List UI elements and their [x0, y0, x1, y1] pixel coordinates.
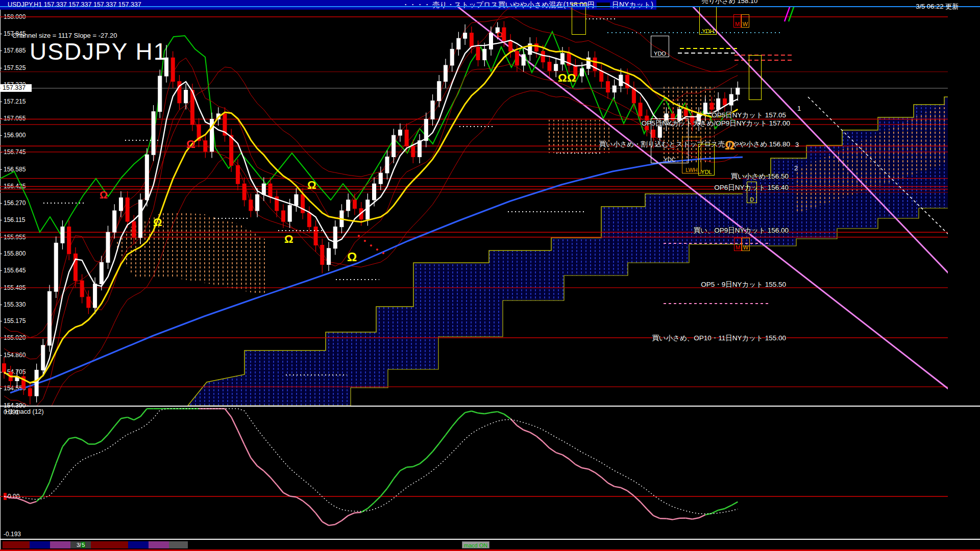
omega-marker: Ω	[347, 251, 357, 263]
macd-layer	[0, 409, 948, 525]
omega-marker: Ω	[725, 139, 734, 152]
omega-marker: Ω	[153, 217, 162, 228]
chart-watermark-title: USDJPY H1	[30, 38, 167, 65]
bar-date-label: 3/5	[77, 541, 85, 548]
chart-object-box-W[interactable]: W	[742, 238, 750, 251]
red-dot-marker: ●	[363, 239, 366, 243]
red-dot-marker: ●	[382, 251, 384, 256]
session-segment	[50, 541, 70, 548]
wave-count-3: 3	[795, 141, 799, 148]
session-segment	[91, 541, 128, 548]
current-price-box: 157.337	[1, 84, 32, 92]
chart-object-box-M[interactable]: M	[734, 238, 742, 251]
alert-line-158-10[interactable]	[0, 6, 980, 7]
omega-marker: Ω	[186, 139, 195, 150]
omega-marker: Ω	[567, 72, 576, 84]
chart-object-box-M[interactable]: M	[733, 14, 741, 28]
wave-count-2: 2	[794, 164, 798, 172]
order-annotation: 買い、OP9日NYカット 156.00	[693, 226, 789, 235]
update-timestamp: 3/5 06:22 更新	[916, 2, 959, 11]
session-color-bar: 3/5	[0, 541, 980, 548]
chart-object-box-plain[interactable]	[572, 3, 586, 35]
order-annotation: OP5・9日NYカット 155.50	[701, 280, 786, 289]
chart-object-box-YDO[interactable]: YDO	[651, 36, 669, 57]
red-dot-marker: ●	[357, 234, 360, 238]
omega-marker: Ω	[497, 31, 503, 38]
session-segment	[3, 541, 30, 548]
omega-marker: Ω	[284, 234, 293, 245]
omega-marker: Ω	[307, 180, 316, 191]
red-dot-marker: ●	[376, 247, 378, 252]
session-segment	[149, 541, 169, 548]
chart-object-box-YDL[interactable]: YDL	[698, 144, 715, 176]
chart-object-box-D[interactable]: D	[747, 182, 757, 203]
omega-marker: Ω	[100, 190, 108, 200]
chart-canvas[interactable]	[0, 0, 980, 551]
panel-separator[interactable]	[0, 406, 980, 407]
session-segment	[30, 541, 50, 548]
chart-object-box-YDH[interactable]: YDH	[699, 6, 717, 35]
macd-indicator-label: H1 macd (12)	[5, 408, 44, 415]
session-segment	[128, 541, 149, 548]
session-segment	[169, 541, 188, 548]
symbol-ohlc-readout: USDJPY,H1 157.337 157.337 157.337 157.33…	[8, 1, 141, 8]
clipped-sell-level-label: 売り小さめ 158.10	[702, 0, 757, 6]
omega-marker: Ω	[558, 72, 567, 84]
macd-toggle-button[interactable]: macd ON	[462, 541, 489, 548]
chart-object-box-W[interactable]: W	[741, 14, 749, 28]
red-dot-marker: ●	[370, 243, 372, 248]
order-annotation: 買い小さめ、OP10・11日NYカット 155.00	[652, 334, 786, 343]
chart-object-box-plain[interactable]	[749, 55, 762, 100]
macd-bottom-border	[0, 539, 980, 540]
trading-chart-window: ・・・・ 売り・ストップロス買いやや小さめ混在(158.00円日NYカット) U…	[0, 0, 980, 551]
order-annotation: 買い小さめ 156.50	[731, 172, 789, 181]
wave-count-1: 1	[797, 105, 801, 112]
